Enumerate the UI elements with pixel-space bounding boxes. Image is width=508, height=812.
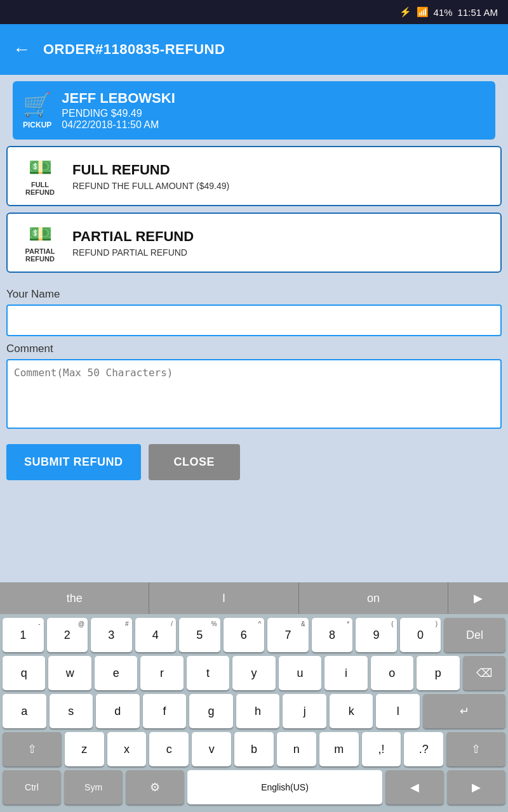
key-f[interactable]: f <box>143 694 187 728</box>
order-info-card: 🛒 PICKUP JEFF LEBOWSKI PENDING $49.49 04… <box>13 81 495 140</box>
comment-label: Comment <box>6 343 502 355</box>
suggestion-on[interactable]: on <box>299 582 448 614</box>
key-5[interactable]: 5% <box>179 618 220 652</box>
partial-refund-subtitle: REFUND PARTIAL REFUND <box>72 247 490 258</box>
key-t[interactable]: t <box>187 656 229 690</box>
app-header: ← ORDER#1180835-REFUND <box>0 24 508 75</box>
action-buttons: SUBMIT REFUND CLOSE <box>6 444 502 480</box>
key-y[interactable]: y <box>232 656 275 690</box>
key-r[interactable]: r <box>140 656 183 690</box>
your-name-input[interactable] <box>6 304 502 336</box>
status-icons: ⚡ 📶 41% 11:51 AM <box>399 6 498 18</box>
your-name-label: Your Name <box>6 288 502 301</box>
key-s[interactable]: s <box>50 694 93 728</box>
partial-refund-info: PARTIAL REFUND REFUND PARTIAL REFUND <box>72 228 490 258</box>
pickup-label: PICKUP <box>23 121 51 129</box>
comment-input[interactable] <box>6 359 502 429</box>
key-u[interactable]: u <box>279 656 321 690</box>
suggestion-the[interactable]: the <box>0 582 149 614</box>
key-i[interactable]: i <box>324 656 367 690</box>
key-1[interactable]: 1- <box>3 618 44 652</box>
full-refund-subtitle: REFUND THE FULL AMOUNT ($49.49) <box>72 181 490 191</box>
key-9[interactable]: 9( <box>356 618 397 652</box>
bottom-row: Ctrl Sym ⚙ English(US) ◀ ▶ <box>3 770 505 808</box>
suggestions-bar: the I on ▶ <box>0 582 508 614</box>
key-h[interactable]: h <box>236 694 280 728</box>
key-d[interactable]: d <box>96 694 140 728</box>
qwerty-row: q w e r t y u i o p ⌫ <box>3 656 505 690</box>
key-0[interactable]: 0) <box>400 618 441 652</box>
order-details: JEFF LEBOWSKI PENDING $49.49 04/22/2018-… <box>62 90 175 131</box>
battery-level: 41% <box>434 7 453 18</box>
money-icon-full: 💵 <box>29 156 52 178</box>
submit-refund-button[interactable]: SUBMIT REFUND <box>6 444 141 480</box>
key-7[interactable]: 7& <box>267 618 309 652</box>
key-2[interactable]: 2@ <box>47 618 88 652</box>
key-8[interactable]: 8* <box>312 618 353 652</box>
asdf-row: a s d f g h j k l ↵ <box>3 694 505 728</box>
key-right-arrow[interactable]: ▶ <box>447 770 505 804</box>
order-status: PENDING $49.49 <box>62 108 175 119</box>
full-refund-title: FULL REFUND <box>72 162 490 178</box>
key-settings[interactable]: ⚙ <box>126 770 184 804</box>
key-w[interactable]: w <box>48 656 91 690</box>
key-q[interactable]: q <box>3 656 45 690</box>
key-4[interactable]: 4/ <box>135 618 177 652</box>
key-space[interactable]: English(US) <box>187 770 382 804</box>
zxcv-row: ⇧ z x c v b n m ,! .? ⇧ <box>3 732 505 766</box>
key-3[interactable]: 3# <box>91 618 132 652</box>
key-z[interactable]: z <box>65 732 104 766</box>
key-g[interactable]: g <box>189 694 233 728</box>
refund-form: Your Name Comment <box>6 279 502 431</box>
key-backspace[interactable]: ⌫ <box>463 656 505 690</box>
partial-refund-icon-label: PARTIALREFUND <box>25 247 55 263</box>
full-refund-icon-label: FULLREFUND <box>25 181 55 196</box>
key-6[interactable]: 6^ <box>224 618 265 652</box>
partial-refund-icon-wrap: 💵 PARTIALREFUND <box>18 223 62 263</box>
pickup-icon-wrap: 🛒 PICKUP <box>23 91 51 129</box>
key-o[interactable]: o <box>371 656 413 690</box>
full-refund-icon-wrap: 💵 FULLREFUND <box>18 156 62 196</box>
key-period[interactable]: .? <box>404 732 443 766</box>
pickup-icon: 🛒 <box>23 91 51 118</box>
time: 11:51 AM <box>458 7 498 18</box>
key-ctrl[interactable]: Ctrl <box>3 770 61 804</box>
key-left-arrow[interactable]: ◀ <box>385 770 444 804</box>
key-del[interactable]: Del <box>444 618 505 652</box>
customer-name: JEFF LEBOWSKI <box>62 90 175 107</box>
key-shift-right[interactable]: ⇧ <box>446 732 505 766</box>
key-m[interactable]: m <box>319 732 359 766</box>
key-shift-left[interactable]: ⇧ <box>3 732 62 766</box>
key-c[interactable]: c <box>149 732 189 766</box>
money-icon-partial: 💵 <box>29 223 52 245</box>
key-p[interactable]: p <box>417 656 459 690</box>
key-v[interactable]: v <box>192 732 231 766</box>
status-bar: ⚡ 📶 41% 11:51 AM <box>0 0 508 24</box>
header-title: ORDER#1180835-REFUND <box>43 41 225 58</box>
keyboard: the I on ▶ 1- 2@ 3# 4/ 5% 6^ 7& 8* 9( 0)… <box>0 582 508 812</box>
key-e[interactable]: e <box>95 656 137 690</box>
key-enter[interactable]: ↵ <box>423 694 505 728</box>
full-refund-info: FULL REFUND REFUND THE FULL AMOUNT ($49.… <box>72 162 490 191</box>
number-row: 1- 2@ 3# 4/ 5% 6^ 7& 8* 9( 0) Del <box>3 618 505 652</box>
key-l[interactable]: l <box>376 694 420 728</box>
partial-refund-title: PARTIAL REFUND <box>72 228 490 245</box>
key-x[interactable]: x <box>107 732 147 766</box>
suggestion-arrow[interactable]: ▶ <box>448 582 508 614</box>
bluetooth-icon: ⚡ <box>399 6 411 18</box>
key-a[interactable]: a <box>3 694 46 728</box>
key-sym[interactable]: Sym <box>64 770 123 804</box>
suggestion-i[interactable]: I <box>149 582 298 614</box>
key-k[interactable]: k <box>330 694 373 728</box>
key-b[interactable]: b <box>234 732 274 766</box>
partial-refund-card[interactable]: 💵 PARTIALREFUND PARTIAL REFUND REFUND PA… <box>6 213 502 273</box>
close-button[interactable]: CLOSE <box>149 444 241 480</box>
wifi-icon: 📶 <box>417 6 429 18</box>
key-n[interactable]: n <box>277 732 316 766</box>
full-refund-card[interactable]: 💵 FULLREFUND FULL REFUND REFUND THE FULL… <box>6 146 502 206</box>
key-rows: 1- 2@ 3# 4/ 5% 6^ 7& 8* 9( 0) Del q w e … <box>0 614 508 812</box>
back-button[interactable]: ← <box>13 39 30 60</box>
order-date: 04/22/2018-11:50 AM <box>62 119 175 131</box>
key-j[interactable]: j <box>283 694 326 728</box>
key-comma[interactable]: ,! <box>362 732 401 766</box>
